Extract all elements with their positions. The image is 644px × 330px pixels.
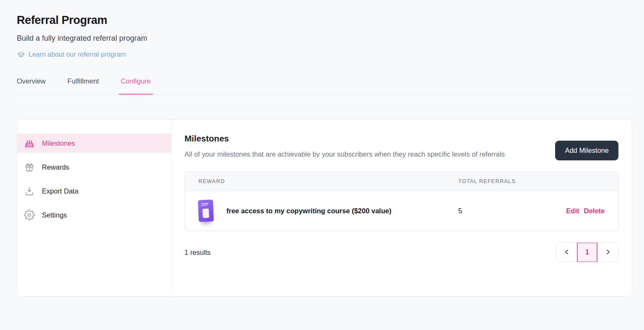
- milestones-section: Milestones All of your milestones that a…: [171, 120, 632, 296]
- tab-overview[interactable]: Overview: [17, 77, 46, 94]
- sidebar-item-label: Milestones: [42, 139, 75, 147]
- section-description: All of your milestones that are achievab…: [184, 149, 505, 160]
- delete-link[interactable]: Delete: [584, 207, 605, 215]
- results-count: 1 results: [184, 249, 210, 257]
- table-row: free access to my copywriting course ($2…: [185, 191, 618, 230]
- tab-configure[interactable]: Configure: [121, 77, 151, 94]
- chevron-left-icon: [564, 249, 570, 257]
- learn-link-label: Learn about our referral program: [29, 51, 126, 58]
- sidebar-item-label: Export Data: [42, 187, 78, 195]
- page-title: Referral Program: [17, 0, 632, 27]
- add-milestone-button[interactable]: Add Milestone: [555, 141, 618, 160]
- configure-sidebar: Milestones Rewards: [17, 120, 171, 296]
- pagination: 1: [556, 242, 618, 262]
- column-header-reward: REWARD: [198, 178, 458, 184]
- tab-fulfillment[interactable]: Fulfillment: [68, 77, 99, 94]
- configure-panel: Milestones Rewards: [17, 119, 632, 296]
- gear-icon: [24, 210, 35, 220]
- gift-icon: [24, 162, 35, 173]
- cake-icon: [24, 138, 35, 149]
- tab-bar: Overview Fulfillment Configure: [17, 77, 632, 95]
- page-subtitle: Build a fully integrated referral progra…: [17, 34, 632, 43]
- graduation-cap-icon: [17, 50, 25, 59]
- sidebar-item-settings[interactable]: Settings: [17, 205, 171, 225]
- column-header-total-referrals: TOTAL REFERRALS: [458, 178, 565, 184]
- total-referrals-value: 5: [458, 207, 565, 215]
- table-header: REWARD TOTAL REFERRALS: [185, 172, 618, 191]
- sidebar-item-milestones[interactable]: Milestones: [17, 134, 171, 153]
- learn-referral-link[interactable]: Learn about our referral program: [17, 50, 126, 59]
- chevron-right-icon: [605, 249, 611, 257]
- referral-program-page: Referral Program Build a fully integrate…: [0, 0, 644, 296]
- next-page-button[interactable]: [597, 243, 618, 262]
- section-title: Milestones: [184, 134, 505, 144]
- sidebar-item-export-data[interactable]: Export Data: [17, 181, 171, 201]
- sidebar-item-rewards[interactable]: Rewards: [17, 157, 171, 177]
- sidebar-item-label: Settings: [42, 211, 67, 219]
- sidebar-item-label: Rewards: [42, 163, 69, 171]
- download-icon: [24, 186, 35, 196]
- reward-name: free access to my copywriting course ($2…: [226, 207, 391, 215]
- previous-page-button[interactable]: [556, 243, 577, 262]
- edit-link[interactable]: Edit: [566, 207, 579, 215]
- current-page-indicator[interactable]: 1: [577, 242, 597, 262]
- milestones-table: REWARD TOTAL REFERRALS free access to my…: [184, 171, 618, 231]
- reward-thumbnail: [198, 199, 214, 222]
